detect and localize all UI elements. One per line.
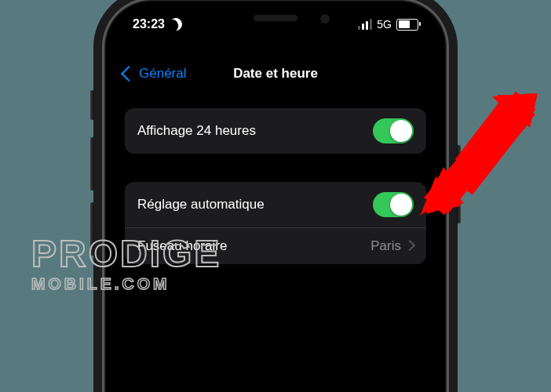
- timezone-value: Paris: [370, 238, 414, 254]
- row-24h-format[interactable]: Affichage 24 heures: [125, 108, 426, 154]
- row-auto-set[interactable]: Réglage automatique: [125, 182, 426, 227]
- network-label: 5G: [377, 18, 392, 31]
- status-time: 23:23: [133, 17, 165, 31]
- watermark-line2: MOBILE.COM: [31, 274, 221, 293]
- row-label: Réglage automatique: [137, 197, 265, 212]
- phone-frame: 23:23 5G Général Date et heure Affichage…: [104, 0, 447, 392]
- group-24h: Affichage 24 heures: [125, 108, 426, 154]
- page-title: Date et heure: [233, 66, 318, 82]
- notch: [193, 6, 358, 33]
- do-not-disturb-icon: [169, 17, 184, 32]
- volume-up-button: [90, 137, 94, 191]
- mute-switch: [90, 90, 94, 120]
- watermark-line1: PRODIGE: [31, 235, 221, 273]
- row-label: Affichage 24 heures: [137, 123, 256, 139]
- chevron-left-icon: [121, 66, 137, 82]
- battery-icon: [396, 19, 418, 31]
- toggle-auto[interactable]: [373, 192, 414, 217]
- back-label: Général: [139, 66, 186, 82]
- toggle-24h[interactable]: [373, 118, 414, 143]
- nav-bar: Général Date et heure: [111, 56, 440, 91]
- signal-icon: [358, 19, 372, 30]
- back-button[interactable]: Général: [123, 66, 186, 82]
- watermark: PRODIGE MOBILE.COM: [31, 235, 221, 293]
- annotation-arrow-icon: [420, 89, 546, 222]
- screen: 23:23 5G Général Date et heure Affichage…: [111, 6, 440, 392]
